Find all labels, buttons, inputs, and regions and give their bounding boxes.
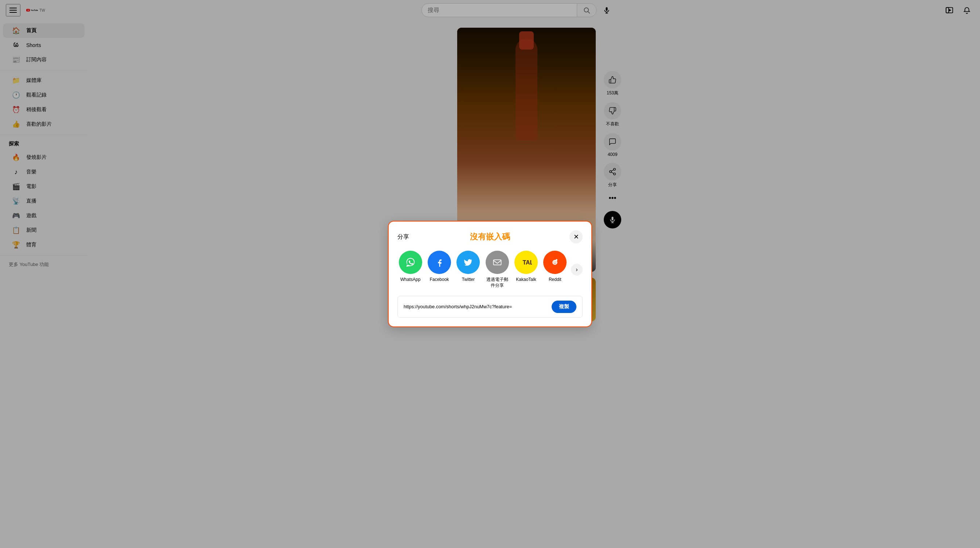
svg-point-27 (555, 262, 556, 263)
share-whatsapp-button[interactable]: WhatsApp (398, 251, 423, 283)
svg-line-29 (555, 260, 557, 261)
facebook-label: Facebook (430, 277, 449, 283)
twitter-label: Twitter (462, 277, 475, 283)
copy-link-button[interactable]: 複製 (552, 300, 576, 313)
share-twitter-button[interactable]: Twitter (455, 251, 481, 283)
whatsapp-icon (399, 251, 422, 274)
dialog-title: 沒有嵌入碼 (470, 231, 510, 242)
kakao-label: KakaoTalk (516, 277, 536, 283)
svg-point-26 (554, 262, 555, 263)
dialog-header: 分享 沒有嵌入碼 ✕ (398, 230, 582, 243)
email-icon (485, 251, 509, 274)
share-facebook-button[interactable]: Facebook (426, 251, 452, 283)
link-row: https://youtube.com/shorts/whpJ2nuMw7c?f… (398, 296, 582, 318)
svg-text:TALK: TALK (522, 260, 532, 266)
reddit-label: Reddit (549, 277, 562, 283)
kakao-icon: TALK (514, 251, 538, 274)
share-icons-row: WhatsApp Facebook Twitter (398, 251, 582, 288)
dialog-close-button[interactable]: ✕ (570, 230, 582, 243)
reddit-icon (543, 251, 566, 274)
twitter-icon (457, 251, 480, 274)
email-label: 透過電子郵件分享 (484, 277, 510, 288)
facebook-icon (428, 251, 451, 274)
share-next-button[interactable]: › (571, 264, 582, 275)
share-kakao-button[interactable]: TALK KakaoTalk (513, 251, 539, 283)
svg-rect-21 (493, 260, 501, 265)
share-dialog: 分享 沒有嵌入碼 ✕ WhatsApp (388, 221, 592, 327)
share-email-button[interactable]: 透過電子郵件分享 (484, 251, 510, 288)
modal-backdrop[interactable]: 分享 沒有嵌入碼 ✕ WhatsApp (0, 0, 980, 548)
share-link-text: https://youtube.com/shorts/whpJ2nuMw7c?f… (404, 304, 549, 309)
share-section-label: 分享 (398, 233, 409, 241)
whatsapp-label: WhatsApp (400, 277, 420, 283)
share-reddit-button[interactable]: Reddit (542, 251, 568, 283)
